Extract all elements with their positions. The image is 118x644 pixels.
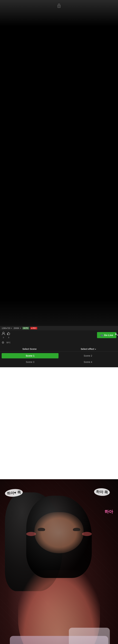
manga-scene: 하아♥ 쪽 하아 쪽 하아 [LXERS] LXHENTAI.COM 음: [0, 479, 118, 644]
settings-icon[interactable]: ⚙: [2, 341, 4, 344]
resolution-dropdown-arrow: ▼: [11, 328, 12, 329]
manga-text-2: 하아 쪽: [94, 488, 110, 496]
resolution-value: 1280x720: [2, 327, 10, 330]
user-count-stat: 0: [2, 332, 5, 338]
scenes-grid: Scene 1 Scene 2 Scene 3 Scene 4: [0, 352, 118, 365]
scene-item-4[interactable]: Scene 4: [59, 359, 116, 365]
select-effect-header[interactable]: Select effect: [59, 347, 118, 351]
go-live-label: Go Live: [104, 334, 113, 336]
auto-badge: AUTO: [22, 327, 29, 330]
resolution-selector[interactable]: 1280x720 ▼: [2, 327, 12, 330]
controls-row: 0 0 📹 Go Live ↖: [0, 330, 118, 340]
settings-row: ⚙ 뷰티: [0, 340, 118, 346]
scene-selector: Select Scene Select effect Scene 1 Scene…: [0, 346, 118, 367]
scene-item-1[interactable]: Scene 1: [2, 353, 59, 358]
manga-text-1: 하아♥ 쪽: [4, 488, 23, 497]
video-preview: [0, 0, 118, 326]
svg-rect-1: [59, 6, 59, 7]
toolbar: 1280x720 ▼ 2000K ▼ AUTO ● REC 0: [0, 326, 118, 346]
lock-icon: [57, 3, 61, 9]
manga-panel: 하아♥ 쪽 하아 쪽 하아 [LXERS] LXHENTAI.COM 음: [0, 479, 118, 644]
resolution-bar: 1280x720 ▼ 2000K ▼ AUTO ● REC: [0, 326, 118, 330]
manga-text-overlay: 하아♥ 쪽 하아 쪽 하아: [0, 479, 118, 644]
bitrate-selector[interactable]: 2000K ▼: [14, 327, 21, 330]
beauty-label[interactable]: 뷰티: [6, 341, 10, 344]
like-count-stat: 0: [7, 332, 10, 338]
camera-icon: 📹: [100, 334, 103, 336]
svg-point-2: [3, 332, 4, 334]
like-icon: [7, 332, 10, 336]
bitrate-value: 2000K: [14, 327, 19, 330]
user-icon: [2, 332, 5, 336]
bitrate-dropdown-arrow: ▼: [20, 328, 21, 329]
selector-headers: Select Scene Select effect: [0, 347, 118, 352]
select-scene-header[interactable]: Select Scene: [0, 347, 59, 351]
user-count-value: 0: [3, 336, 4, 338]
scene-item-2[interactable]: Scene 2: [59, 353, 116, 358]
manga-text-3: 하아: [105, 509, 113, 514]
scene-item-3[interactable]: Scene 3: [2, 359, 59, 365]
rec-badge: ● REC: [30, 327, 37, 330]
white-space: [0, 367, 118, 479]
go-live-button[interactable]: 📹 Go Live: [97, 332, 116, 338]
like-count-value: 0: [8, 336, 9, 338]
